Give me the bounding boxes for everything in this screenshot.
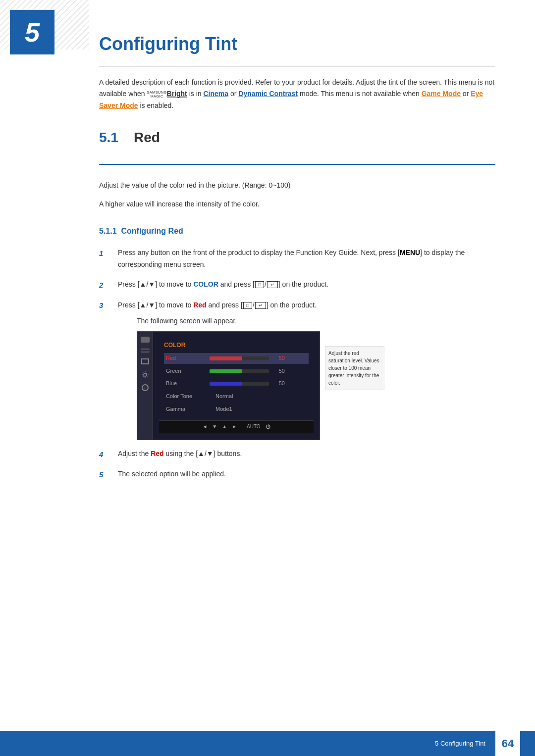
steps-list: 1 Press any button on the front of the p… <box>99 247 495 481</box>
menu-content: COLOR Red 50 Green <box>159 337 314 420</box>
monitor-screen: i COLOR Red 50 <box>137 331 320 440</box>
menu-red-value: 50 <box>273 354 285 363</box>
menu-colortone-label: Color Tone <box>166 392 206 401</box>
sidebar-lines-icon <box>141 349 150 353</box>
menu-green-bar <box>210 369 269 373</box>
sidebar-info-icon: i <box>142 384 149 391</box>
footer-text: 5 Configuring Tint <box>435 739 485 749</box>
dynamic-contrast-link[interactable]: Dynamic Contrast <box>238 90 298 98</box>
color-highlight: COLOR <box>193 280 218 288</box>
chapter-number: 5 <box>25 11 40 53</box>
menu-red-label: Red <box>166 354 206 363</box>
menu-gamma-label: Gamma <box>166 405 206 414</box>
step-2-number: 2 <box>99 279 114 291</box>
section-511-header: 5.1.1 Configuring Red <box>99 225 495 238</box>
step-2: 2 Press [▲/▼] to move to COLOR and press… <box>99 279 495 291</box>
monitor-sidebar: i <box>137 332 153 440</box>
monitor-bottom-bar: ◄ ▼ ▲ ► AUTO ⏻ <box>159 420 314 433</box>
menu-green-value: 50 <box>273 367 285 376</box>
game-mode-link[interactable]: Game Mode <box>422 90 461 98</box>
section-511-number: 5.1.1 <box>99 227 117 235</box>
menu-blue-bar <box>210 382 269 386</box>
step-1-number: 1 <box>99 247 114 259</box>
enter-icon-2: ↵ <box>255 302 266 309</box>
svg-point-0 <box>144 373 147 376</box>
step-3-text: Press [▲/▼] to move to Red and press [□/… <box>118 301 317 309</box>
menu-item-blue: Blue 50 <box>164 378 309 389</box>
menu-blue-fill <box>210 382 242 386</box>
box-icon: □ <box>255 281 264 288</box>
menu-green-fill <box>210 369 242 373</box>
bottom-btn-up: ▲ <box>222 423 227 431</box>
step-3-number: 3 <box>99 299 114 311</box>
sidebar-gear-icon <box>141 370 149 378</box>
cinema-link[interactable]: Cinema <box>203 90 228 98</box>
menu-gamma-value: Mode1 <box>215 405 232 414</box>
samsung-magic-brand: SAMSUNGMAGIC <box>147 91 167 98</box>
step-4-text: Adjust the Red using the [▲/▼] buttons. <box>118 448 242 460</box>
chapter-title: Configuring Tint <box>99 15 495 67</box>
sidebar-tv-icon <box>141 337 150 343</box>
step-5-text: The selected option will be applied. <box>118 468 226 480</box>
section-divider <box>99 164 495 165</box>
intro-paragraph: A detailed description of each function … <box>99 77 495 112</box>
bottom-btn-auto: AUTO <box>247 423 261 431</box>
box-icon-2: □ <box>243 302 252 309</box>
bright-brand-text: Bright <box>167 90 187 98</box>
menu-colortone-value: Normal <box>215 392 233 401</box>
page-footer: 5 Configuring Tint 64 <box>0 731 535 756</box>
bottom-btn-left: ◄ <box>202 423 207 431</box>
step-3: 3 Press [▲/▼] to move to Red and press [… <box>99 299 495 440</box>
enter-icon: ↵ <box>267 281 278 288</box>
step-4-number: 4 <box>99 448 114 460</box>
menu-item-red: Red 50 <box>164 353 309 364</box>
menu-item-green: Green 50 <box>164 366 309 377</box>
step-5: 5 The selected option will be applied. <box>99 468 495 481</box>
section-51-header: 5.1 Red <box>99 127 495 149</box>
monitor-mockup-wrapper: i COLOR Red 50 <box>137 331 320 440</box>
section-511-title: Configuring Red <box>121 227 183 235</box>
menu-green-label: Green <box>166 367 206 376</box>
bottom-btn-right: ► <box>232 423 237 431</box>
red-highlight-2: Red <box>151 450 163 457</box>
section-51-number: 5.1 <box>99 127 124 149</box>
monitor-tooltip: Adjust the red saturation level. Values … <box>325 346 384 390</box>
chapter-number-box: 5 <box>10 10 54 54</box>
sidebar-monitor-icon <box>141 358 149 364</box>
footer-page-number: 64 <box>495 731 520 756</box>
section-51-title: Red <box>134 127 160 149</box>
menu-category: COLOR <box>164 341 309 350</box>
menu-blue-label: Blue <box>166 379 206 388</box>
step-1-text: Press any button on the front of the pro… <box>118 247 495 271</box>
step-1: 1 Press any button on the front of the p… <box>99 247 495 271</box>
menu-item-colortone: Color Tone Normal <box>164 391 309 402</box>
menu-blue-value: 50 <box>273 379 285 388</box>
menu-item-gamma: Gamma Mode1 <box>164 404 309 415</box>
section-51-desc2: A higher value will increase the intensi… <box>99 199 495 209</box>
menu-red-bar <box>210 356 269 360</box>
menu-red-fill <box>210 356 242 360</box>
section-51-desc1: Adjust the value of the color red in the… <box>99 180 495 191</box>
step-4: 4 Adjust the Red using the [▲/▼] buttons… <box>99 448 495 460</box>
bottom-btn-power: ⏻ <box>266 423 270 431</box>
bottom-btn-down: ▼ <box>212 423 217 431</box>
step-2-text: Press [▲/▼] to move to COLOR and press [… <box>118 279 328 291</box>
step-5-number: 5 <box>99 468 114 481</box>
step-3-sub: The following screen will appear. <box>137 315 320 326</box>
red-highlight: Red <box>193 301 206 309</box>
